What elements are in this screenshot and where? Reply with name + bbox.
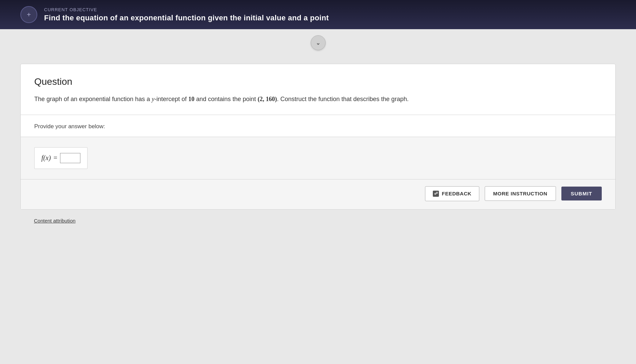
more-instruction-label: MORE INSTRUCTION — [493, 191, 547, 196]
chevron-down-icon: ⌄ — [316, 40, 320, 46]
objective-title: Find the equation of an exponential func… — [44, 14, 329, 22]
x-label: x — [45, 154, 49, 161]
buttons-area: ☍ FEEDBACK MORE INSTRUCTION SUBMIT — [21, 179, 615, 209]
header-bar: + CURRENT OBJECTIVE Find the equation of… — [0, 0, 636, 29]
feedback-button[interactable]: ☍ FEEDBACK — [425, 186, 479, 201]
provide-answer-label: Provide your answer below: — [34, 123, 105, 130]
header-icon-circle: + — [20, 6, 37, 23]
question-text-part2: -intercept of — [154, 96, 188, 102]
submit-button[interactable]: SUBMIT — [561, 187, 602, 200]
question-body: The graph of an exponential function has… — [34, 94, 602, 104]
content-attribution-link[interactable]: Content attribution — [34, 218, 76, 224]
input-area: f(x) = — [21, 137, 615, 179]
answer-section: Provide your answer below: — [21, 115, 615, 137]
question-bold1: 10 — [188, 96, 194, 102]
question-text-part1: The graph of an exponential function has… — [34, 96, 152, 102]
submit-label: SUBMIT — [571, 191, 593, 196]
content-attribution-area: Content attribution — [20, 210, 616, 224]
current-objective-label: CURRENT OBJECTIVE — [44, 7, 329, 12]
f-label: f — [41, 154, 43, 161]
function-label: f(x) — [41, 154, 51, 162]
main-content: Question The graph of an exponential fun… — [0, 54, 636, 244]
question-text-part3: and contains the point — [194, 96, 257, 102]
question-title: Question — [34, 76, 602, 87]
feedback-label: FEEDBACK — [442, 191, 471, 196]
question-section: Question The graph of an exponential fun… — [21, 64, 615, 115]
plus-icon: + — [27, 10, 31, 19]
equals-sign: = — [54, 154, 57, 162]
header-text-group: CURRENT OBJECTIVE Find the equation of a… — [44, 7, 329, 22]
question-text-part4: . Construct the function that describes … — [277, 96, 408, 102]
more-instruction-button[interactable]: MORE INSTRUCTION — [485, 186, 556, 201]
function-input-row: f(x) = — [34, 147, 88, 169]
chevron-area: ⌄ — [0, 29, 636, 54]
question-point: (2, 160) — [257, 96, 277, 102]
function-answer-input[interactable] — [60, 153, 80, 163]
feedback-icon: ☍ — [433, 191, 439, 197]
question-card: Question The graph of an exponential fun… — [20, 64, 616, 210]
collapse-button[interactable]: ⌄ — [311, 35, 326, 50]
